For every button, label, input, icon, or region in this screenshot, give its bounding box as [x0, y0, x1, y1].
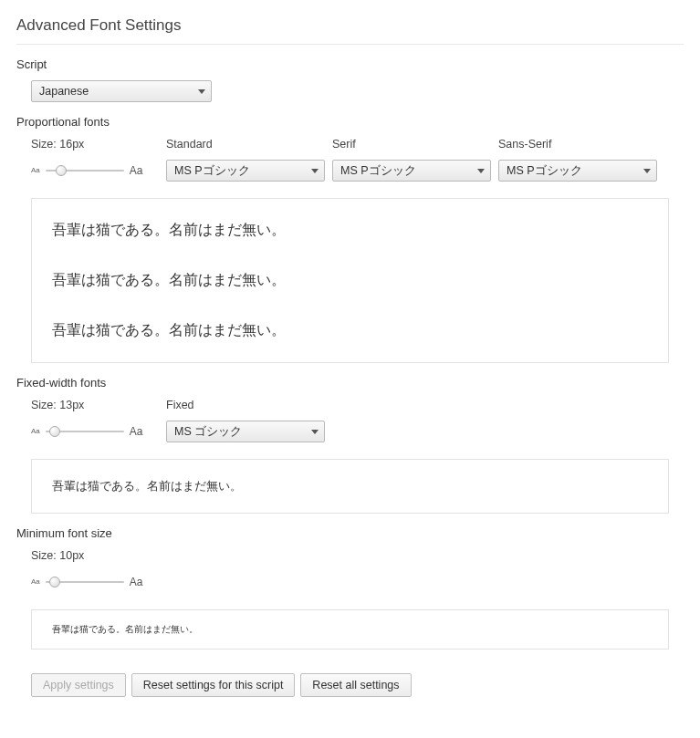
minimum-preview: 吾輩は猫である。名前はまだ無い。 [31, 609, 669, 650]
sans-font-select[interactable]: MS Pゴシック [498, 160, 657, 182]
script-label: Script [16, 57, 684, 71]
fixed-section: Fixed-width fonts Size: 13px Aa Aa Fixed… [16, 376, 684, 514]
fixed-preview: 吾輩は猫である。名前はまだ無い。 [31, 459, 669, 514]
minimum-section: Minimum font size Size: 10px Aa Aa 吾輩は猫で… [16, 526, 684, 650]
proportional-preview: 吾輩は猫である。名前はまだ無い。 吾輩は猫である。名前はまだ無い。 吾輩は猫であ… [31, 198, 669, 363]
preview-line-minimum: 吾輩は猫である。名前はまだ無い。 [52, 623, 648, 636]
preview-line-standard: 吾輩は猫である。名前はまだ無い。 [52, 221, 648, 240]
minimum-size-slider[interactable] [46, 575, 124, 589]
slider-thumb[interactable] [56, 165, 67, 176]
fixed-label: Fixed-width fonts [16, 376, 684, 390]
standard-label: Standard [166, 138, 325, 151]
serif-font-select[interactable]: MS Pゴシック [332, 160, 491, 182]
slider-thumb[interactable] [49, 426, 60, 437]
aa-big-icon: Aa [130, 165, 143, 176]
fixed-font-select[interactable]: MS ゴシック [166, 421, 325, 442]
fixed-size-label: Size: 13px [31, 399, 159, 411]
fixed-size-slider[interactable] [46, 424, 124, 439]
preview-line-serif: 吾輩は猫である。名前はまだ無い。 [52, 271, 648, 290]
aa-small-icon: Aa [31, 428, 40, 435]
script-select[interactable]: Japanese [31, 80, 212, 102]
minimum-size-label: Size: 10px [31, 549, 159, 562]
reset-all-button[interactable]: Reset all settings [300, 673, 411, 697]
aa-big-icon: Aa [130, 426, 143, 437]
chevron-down-icon [311, 169, 319, 173]
apply-settings-button[interactable]: Apply settings [31, 673, 126, 697]
sans-font-value: MS Pゴシック [507, 163, 582, 179]
chevron-down-icon [643, 169, 651, 173]
proportional-label: Proportional fonts [16, 115, 684, 129]
slider-thumb[interactable] [49, 577, 60, 587]
serif-font-value: MS Pゴシック [340, 163, 416, 179]
fixed-font-value: MS ゴシック [174, 424, 242, 440]
chevron-down-icon [477, 169, 485, 173]
script-section: Script Japanese [16, 57, 684, 102]
aa-big-icon: Aa [130, 577, 143, 587]
script-select-value: Japanese [39, 85, 89, 98]
aa-small-icon: Aa [31, 578, 40, 586]
proportional-size-label: Size: 16px [31, 138, 159, 151]
chevron-down-icon [198, 89, 205, 94]
preview-line-sans: 吾輩は猫である。名前はまだ無い。 [52, 321, 648, 340]
minimum-label: Minimum font size [16, 526, 684, 540]
serif-label: Serif [332, 138, 491, 151]
standard-font-value: MS Pゴシック [174, 163, 250, 179]
sans-label: Sans-Serif [498, 138, 657, 151]
footer-buttons: Apply settings Reset settings for this s… [31, 673, 684, 697]
chevron-down-icon [311, 430, 319, 434]
preview-line-fixed: 吾輩は猫である。名前はまだ無い。 [52, 478, 648, 494]
reset-script-button[interactable]: Reset settings for this script [131, 673, 296, 697]
page-title: Advanced Font Settings [16, 16, 684, 45]
aa-small-icon: Aa [31, 167, 40, 174]
proportional-section: Proportional fonts Size: 16px Aa Aa Stan… [16, 115, 684, 363]
fixed-font-label: Fixed [166, 399, 325, 411]
standard-font-select[interactable]: MS Pゴシック [166, 160, 325, 182]
proportional-size-slider[interactable] [46, 163, 124, 178]
